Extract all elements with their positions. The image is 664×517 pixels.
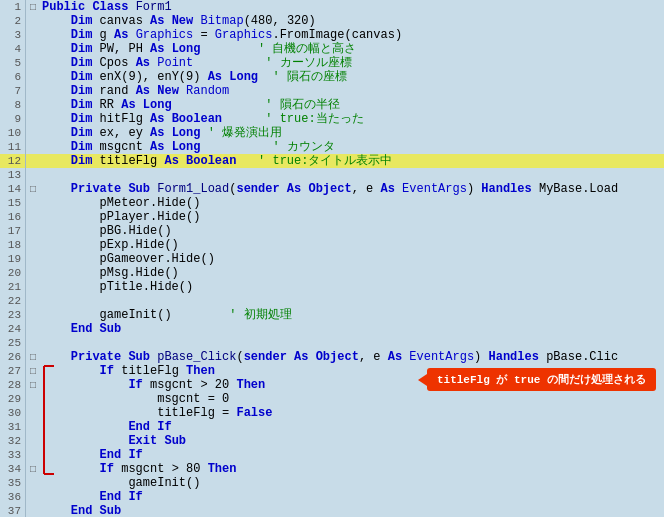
callout-text: titleFlg が true の間だけ処理される (437, 374, 646, 386)
line-31: 31 End If (0, 420, 664, 434)
line-5: 5 Dim Cpos As Point ' カーソル座標 (0, 56, 664, 70)
line-25: 25 (0, 336, 664, 350)
line-4: 4 Dim PW, PH As Long ' 自機の幅と高さ (0, 42, 664, 56)
line-16: 16 pPlayer.Hide() (0, 210, 664, 224)
line-24: 24 End Sub (0, 322, 664, 336)
line-19: 19 pGameover.Hide() (0, 252, 664, 266)
code-editor: 1 □ Public Class Form1 2 Dim canvas As N… (0, 0, 664, 517)
line-23: 23 gameInit() ' 初期処理 (0, 308, 664, 322)
line-1: 1 □ Public Class Form1 (0, 0, 664, 14)
line-26: 26 □ Private Sub pBase_Click(sender As O… (0, 350, 664, 364)
line-18: 18 pExp.Hide() (0, 238, 664, 252)
line-21: 21 pTitle.Hide() (0, 280, 664, 294)
line-3: 3 Dim g As Graphics = Graphics.FromImage… (0, 28, 664, 42)
line-2: 2 Dim canvas As New Bitmap(480, 320) (0, 14, 664, 28)
line-33: 33 End If (0, 448, 664, 462)
line-14: 14 □ Private Sub Form1_Load(sender As Ob… (0, 182, 664, 196)
line-32: 32 Exit Sub (0, 434, 664, 448)
line-8: 8 Dim RR As Long ' 隕石の半径 (0, 98, 664, 112)
line-12: 12 Dim titleFlg As Boolean ' true:タイトル表示… (0, 154, 664, 168)
line-36: 36 End If (0, 490, 664, 504)
line-13: 13 (0, 168, 664, 182)
line-35: 35 gameInit() (0, 476, 664, 490)
line-37: 37 End Sub (0, 504, 664, 517)
line-17: 17 pBG.Hide() (0, 224, 664, 238)
line-29: 29 msgcnt = 0 (0, 392, 664, 406)
line-22: 22 (0, 294, 664, 308)
line-9: 9 Dim hitFlg As Boolean ' true:当たった (0, 112, 664, 126)
line-30: 30 titleFlg = False (0, 406, 664, 420)
line-6: 6 Dim enX(9), enY(9) As Long ' 隕石の座標 (0, 70, 664, 84)
line-34: 34 □ If msgcnt > 80 Then (0, 462, 664, 476)
line-20: 20 pMsg.Hide() (0, 266, 664, 280)
line-7: 7 Dim rand As New Random (0, 84, 664, 98)
callout-box: titleFlg が true の間だけ処理される (427, 368, 656, 391)
line-11: 11 Dim msgcnt As Long ' カウンタ (0, 140, 664, 154)
line-15: 15 pMeteor.Hide() (0, 196, 664, 210)
line-10: 10 Dim ex, ey As Long ' 爆発演出用 (0, 126, 664, 140)
